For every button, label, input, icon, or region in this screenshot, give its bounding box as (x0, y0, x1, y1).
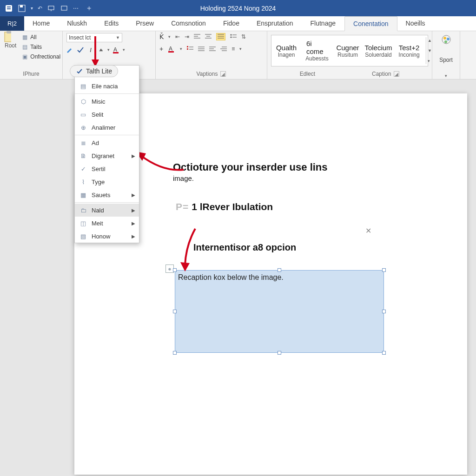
mini-icon: ▦ (21, 33, 28, 41)
caption-box[interactable]: Recaption kox below the image. (175, 270, 384, 353)
align-center-icon[interactable] (205, 34, 212, 40)
menu-item-nald[interactable]: 🗀Nald▶ (75, 204, 139, 217)
qat-add-icon[interactable]: + (87, 4, 91, 13)
lines-icon: ≣ (79, 139, 87, 146)
save-icon[interactable] (18, 4, 26, 13)
chevron-right-icon: ▶ (132, 153, 135, 159)
qat-dropdown-icon[interactable]: ▾ (31, 6, 33, 11)
file-tab[interactable]: R|2 (0, 16, 24, 31)
menu-item-tyge[interactable]: ⌇Tyge (75, 175, 139, 188)
gallery-button[interactable]: QualthInagen (272, 37, 300, 64)
align-left-icon[interactable] (194, 34, 200, 40)
gallery-button[interactable]: CugnerRusitum (334, 37, 362, 64)
title-bar: ▾ ↶ ⋯ + Holoding 2524 Nong 2024 (0, 0, 476, 16)
presentation-icon[interactable] (60, 4, 68, 13)
case-icon[interactable]: Ǩ (159, 33, 164, 40)
resize-handle[interactable] (278, 351, 281, 355)
font-color-icon[interactable]: A (112, 46, 120, 53)
resize-handle[interactable] (382, 351, 386, 355)
chevron-down-icon[interactable]: ▾ (123, 47, 125, 52)
check-format-icon[interactable] (77, 46, 84, 53)
check-icon (76, 67, 83, 75)
chevron-right-icon: ▶ (132, 192, 135, 198)
gallery-button[interactable]: Test+2Inconing (395, 37, 423, 64)
menu-item-digranet[interactable]: 🗎Digranet▶ (75, 149, 139, 162)
line-spacing-icon[interactable]: ≡ (231, 46, 235, 52)
highlight-icon[interactable]: A (168, 45, 175, 53)
tab-noeills[interactable]: Noeills (397, 16, 434, 31)
hex-icon: ⬡ (79, 98, 87, 105)
resize-handle[interactable] (173, 268, 177, 272)
group1-label: IPhure (23, 71, 39, 77)
menu-item-selit[interactable]: ▭Selit (75, 108, 139, 121)
ribbon-tabs: HomeNluskhEditsPrsewComsnotionFidoeEnspr… (24, 16, 476, 31)
indent-inc-icon[interactable]: ⇥ (185, 33, 189, 40)
sport-label: Sport (439, 57, 453, 63)
group1-item[interactable]: ▤Taits (20, 43, 61, 51)
bullets-icon[interactable] (230, 34, 237, 40)
resize-handle[interactable] (278, 268, 281, 272)
strike-icon[interactable]: ᴀ̶ (97, 46, 105, 53)
paint-icon[interactable] (66, 46, 74, 53)
dropdown-header-label: Talth Lite (86, 67, 112, 75)
menu-item-honow[interactable]: ▧Honow▶ (75, 230, 139, 243)
list2-icon[interactable] (209, 46, 216, 52)
align-justify-icon[interactable] (216, 33, 225, 40)
list3-icon[interactable] (220, 46, 227, 52)
rect-icon: ▭ (79, 111, 87, 118)
tube-icon: ⌇ (79, 178, 87, 185)
tab-ensprutation[interactable]: Ensprutation (248, 16, 302, 31)
indent-dec-icon[interactable]: ⇤ (175, 33, 180, 40)
menu-item-sertil[interactable]: ✓Sertil (75, 162, 139, 175)
svg-rect-26 (168, 51, 174, 53)
annotation-2: Internentisor a8 opcion (193, 242, 296, 253)
chevron-right-icon: ▶ (132, 234, 135, 239)
sport-icon[interactable] (440, 33, 453, 46)
ribbon-group-iphure: Root ▦All▤Taits▣Onfrectional IPhure (0, 31, 63, 79)
qat-more-icon[interactable]: ⋯ (73, 5, 79, 12)
sort-icon[interactable]: ⇅ (241, 33, 246, 40)
dropdown-header[interactable]: Talth Lite (70, 65, 118, 77)
resize-handle[interactable] (382, 310, 386, 313)
menu-item-misic[interactable]: ⬡Misic (75, 95, 139, 108)
menu-item-ad[interactable]: ≣Ad (75, 136, 139, 149)
tab-comsnotion[interactable]: Comsnotion (163, 16, 215, 31)
group1-side-label: Root (4, 42, 17, 49)
svg-rect-27 (187, 46, 188, 47)
tab-fidoe[interactable]: Fidoe (215, 16, 248, 31)
gallery-button[interactable]: ToleciumSoluerdald (364, 37, 392, 64)
numbering-icon[interactable] (187, 46, 193, 52)
tab-flutnage[interactable]: Flutnage (302, 16, 344, 31)
menu-item-eile-nacia[interactable]: ▤Eile nacia (75, 79, 139, 93)
touch-mode-icon[interactable] (47, 4, 55, 13)
group1-item[interactable]: ▦All (20, 33, 61, 41)
gallery-button[interactable]: 6i comeAubessts (303, 37, 331, 64)
chevron-down-icon[interactable]: ▾ (107, 47, 110, 52)
menu-item-analimer[interactable]: ⊕Analimer (75, 121, 139, 134)
font-selector[interactable]: Insect lct ▼ (66, 33, 122, 42)
tab-nluskh[interactable]: Nluskh (59, 16, 96, 31)
svg-text:A: A (169, 46, 172, 52)
resize-handle[interactable] (173, 351, 177, 355)
italic-icon[interactable]: I (87, 46, 94, 53)
tab-prsew[interactable]: Prsew (127, 16, 163, 31)
svg-text:A: A (113, 46, 117, 53)
menu-item-meit[interactable]: ◫Meit▶ (75, 217, 139, 230)
chevron-down-icon: ▼ (116, 35, 120, 40)
tab-conentation[interactable]: Conentation (344, 16, 397, 31)
increase-font-icon[interactable]: + (159, 45, 163, 53)
menu-item-sauets[interactable]: ▦Sauets▶ (75, 188, 139, 201)
list1-icon[interactable] (198, 46, 205, 52)
svg-point-23 (231, 37, 232, 38)
group1-item[interactable]: ▣Onfrectional (20, 53, 61, 61)
resize-handle[interactable] (173, 310, 177, 313)
dialog-launcher-icon[interactable]: ◢ (220, 71, 226, 77)
tab-edits[interactable]: Edits (96, 16, 127, 31)
undo-icon[interactable]: ↶ (38, 5, 42, 12)
chevron-down-icon[interactable]: ▾ (445, 73, 447, 78)
dialog-launcher-icon[interactable]: ◢ (394, 71, 399, 77)
resize-handle[interactable] (382, 268, 386, 272)
tab-home[interactable]: Home (24, 16, 59, 31)
layout-options-icon[interactable]: ✕ (365, 226, 371, 235)
ribbon-group-edlect: QualthInagen6i comeAubesstsCugnerRusitum… (267, 31, 432, 79)
